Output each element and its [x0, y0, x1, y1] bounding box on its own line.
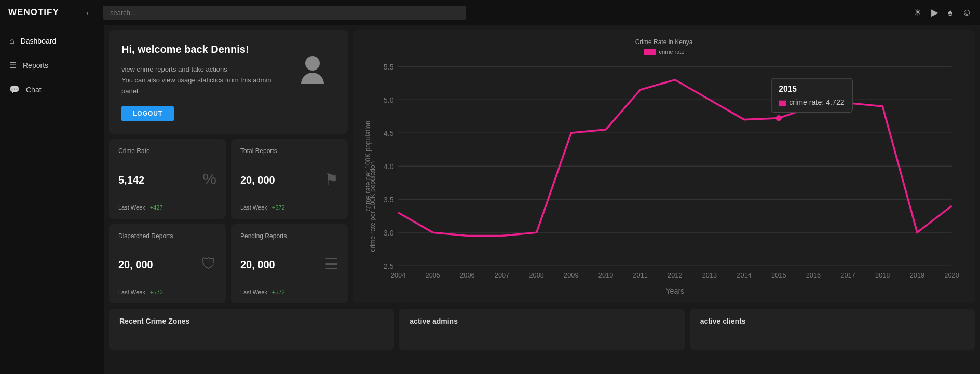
flag-icon: ⚑ [324, 170, 338, 188]
stat-sub: Last Week +427 [118, 204, 216, 211]
svg-text:5.0: 5.0 [384, 96, 394, 104]
svg-text:2014: 2014 [737, 271, 751, 279]
stat-sub: Last Week +572 [118, 289, 216, 295]
user-icon[interactable]: ☺ [962, 7, 972, 18]
chart-legend: crime rate [361, 49, 967, 55]
svg-text:5.5: 5.5 [384, 63, 394, 71]
chat-icon: 💬 [9, 85, 20, 94]
svg-text:3.0: 3.0 [384, 229, 394, 237]
stats-grid: Crime Rate 5,142 Last Week +427 % Total … [109, 139, 348, 303]
stat-crime-rate: Crime Rate 5,142 Last Week +427 % [109, 139, 226, 218]
welcome-desc1: view crime reports and take actions [121, 64, 277, 75]
svg-text:2011: 2011 [633, 271, 647, 279]
svg-text:crime rate: 4.722: crime rate: 4.722 [789, 98, 845, 106]
svg-text:2020: 2020 [944, 271, 959, 279]
svg-rect-37 [779, 101, 786, 106]
svg-text:2.5: 2.5 [384, 262, 394, 270]
sidebar: ⌂ Dashboard ☰ Reports 💬 Chat [0, 25, 104, 374]
sidebar-item-dashboard[interactable]: ⌂ Dashboard [0, 29, 104, 53]
stat-label: Pending Reports [240, 232, 338, 240]
stat-dispatched: Dispatched Reports 20, 000 Last Week +57… [109, 224, 226, 303]
svg-text:2016: 2016 [806, 271, 821, 279]
crime-rate-chart: crime rate per 100K population 2.53.03.5… [361, 59, 967, 295]
chart-card: Crime Rate in Kenya crime rate crime rat… [353, 30, 975, 303]
stat-label: Dispatched Reports [118, 232, 216, 240]
svg-text:2009: 2009 [564, 271, 578, 279]
legend-color-box [644, 49, 656, 55]
chart-title: Crime Rate in Kenya [361, 38, 967, 46]
stat-sub: Last Week +572 [240, 289, 338, 295]
shield-icon: 🛡 [201, 255, 216, 272]
stat-label: Total Reports [240, 147, 338, 155]
avatar-head [305, 56, 320, 71]
sidebar-item-reports[interactable]: ☰ Reports [0, 53, 104, 77]
legend-label: crime rate [659, 49, 685, 55]
stat-pending: Pending Reports 20, 000 Last Week +572 ☰ [231, 224, 348, 303]
svg-text:4.5: 4.5 [384, 129, 394, 137]
home-icon: ⌂ [9, 36, 15, 46]
search-input[interactable] [103, 6, 466, 20]
main-layout: ⌂ Dashboard ☰ Reports 💬 Chat Hi, welcome… [0, 25, 980, 374]
svg-text:2017: 2017 [840, 271, 855, 279]
monitor-icon[interactable]: ▶ [931, 7, 938, 18]
welcome-title: Hi, welcome back Dennis! [121, 43, 335, 56]
svg-text:2004: 2004 [391, 271, 405, 279]
stat-value: 20, 000 [240, 174, 338, 186]
logo: WENOTIFY [8, 7, 76, 18]
active-clients-title: active clients [700, 317, 964, 325]
svg-text:Years: Years [665, 287, 684, 295]
back-button[interactable]: ← [82, 5, 97, 21]
svg-text:2013: 2013 [702, 271, 717, 279]
stat-sub: Last Week +572 [240, 204, 338, 211]
svg-text:4.0: 4.0 [384, 162, 394, 171]
stat-value: 5,142 [118, 174, 216, 186]
svg-text:2006: 2006 [460, 271, 474, 279]
topbar-icons: ☀ ▶ ♠ ☺ [914, 7, 972, 18]
svg-text:2019: 2019 [910, 271, 924, 279]
svg-text:2008: 2008 [529, 271, 543, 279]
percent-icon: % [202, 170, 216, 188]
svg-text:crime rate per 100K population: crime rate per 100K population [364, 121, 372, 212]
list-icon: ☰ [324, 255, 338, 273]
svg-text:2007: 2007 [495, 271, 509, 279]
sidebar-item-label: Dashboard [21, 37, 57, 45]
avatar-body [301, 73, 324, 84]
active-admins-title: active admins [410, 317, 674, 325]
svg-text:2010: 2010 [598, 271, 613, 279]
svg-rect-35 [771, 78, 852, 112]
stat-total-reports: Total Reports 20, 000 Last Week +572 ⚑ [231, 139, 348, 218]
svg-text:2015: 2015 [771, 271, 786, 279]
svg-text:2015: 2015 [779, 85, 797, 93]
logout-button[interactable]: LOGOUT [121, 106, 174, 121]
top-row: Hi, welcome back Dennis! view crime repo… [109, 30, 975, 303]
welcome-desc2: You can also view usage statictics from … [121, 75, 277, 97]
sidebar-item-label: Reports [23, 61, 48, 70]
bottom-row: Recent Crime Zones active admins active … [109, 309, 975, 350]
svg-point-34 [776, 115, 782, 121]
recent-crime-zones-title: Recent Crime Zones [119, 317, 384, 325]
topbar: WENOTIFY ← ☀ ▶ ♠ ☺ [0, 0, 980, 25]
settings-icon[interactable]: ☀ [914, 7, 922, 18]
svg-text:2005: 2005 [426, 271, 440, 279]
welcome-card: Hi, welcome back Dennis! view crime repo… [109, 30, 348, 134]
recent-crime-zones-card: Recent Crime Zones [109, 309, 394, 350]
stat-label: Crime Rate [118, 147, 216, 155]
reports-icon: ☰ [9, 60, 17, 70]
sidebar-item-label: Chat [26, 86, 42, 94]
notification-icon[interactable]: ♠ [948, 7, 953, 18]
avatar [298, 56, 327, 85]
active-clients-card: active clients [690, 309, 975, 350]
stat-value: 20, 000 [240, 259, 338, 271]
sidebar-item-chat[interactable]: 💬 Chat [0, 77, 104, 102]
svg-text:2012: 2012 [668, 271, 682, 279]
content: Hi, welcome back Dennis! view crime repo… [104, 25, 980, 374]
active-admins-card: active admins [399, 309, 684, 350]
svg-text:2018: 2018 [875, 271, 890, 279]
svg-text:3.5: 3.5 [384, 196, 394, 204]
